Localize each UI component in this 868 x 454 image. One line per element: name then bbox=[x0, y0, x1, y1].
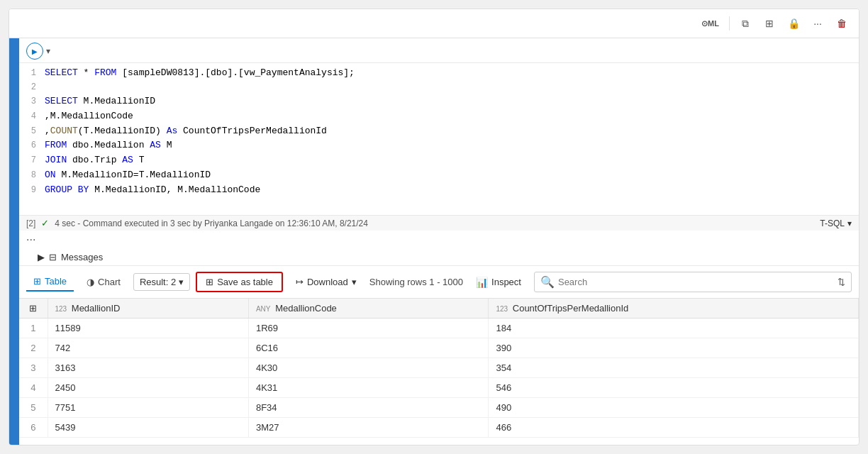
col-name-count: CountOfTripsPerMedallionId bbox=[513, 303, 629, 314]
medallioncode-cell: 6C16 bbox=[248, 338, 489, 358]
line-number: 2 bbox=[19, 81, 45, 94]
table-tab[interactable]: ⊞ Table bbox=[26, 272, 74, 292]
row-num-cell: 1 bbox=[19, 319, 48, 338]
left-accent-bar bbox=[9, 38, 19, 445]
run-bar: ▶ ▾ bbox=[19, 38, 859, 63]
line-content: FROM dbo.Medallion AS M bbox=[45, 138, 859, 153]
row-num-cell: 3 bbox=[19, 358, 48, 378]
line-content: ON M.MedallionID=T.MedallionID bbox=[45, 168, 859, 183]
chart-tab[interactable]: ◑ Chart bbox=[79, 273, 128, 291]
col-header-count: 123 CountOfTripsPerMedallionId bbox=[489, 299, 859, 319]
download-icon: ↦ bbox=[296, 277, 304, 287]
medallionid-cell: 2450 bbox=[48, 378, 248, 398]
count-cell: 490 bbox=[489, 398, 859, 418]
medallioncode-cell: 8F34 bbox=[248, 398, 489, 418]
inspect-label: Inspect bbox=[491, 277, 521, 287]
table-body: 1 11589 1R69 184 2 742 6C16 390 3 3163 4… bbox=[19, 319, 859, 438]
filter-icon[interactable]: ⇅ bbox=[838, 277, 845, 287]
copy-button[interactable]: ⧉ bbox=[735, 13, 755, 33]
status-message: 4 sec - Command executed in 3 sec by Pri… bbox=[55, 218, 368, 228]
search-input[interactable] bbox=[558, 277, 834, 287]
row-num-cell: 4 bbox=[19, 378, 48, 398]
col-name-medallionid: MedallionID bbox=[72, 303, 121, 314]
table-row: 4 2450 4K31 546 bbox=[19, 378, 859, 398]
code-line: 8 ON M.MedallionID=T.MedallionID bbox=[19, 168, 859, 183]
ellipsis-row[interactable]: ··· bbox=[19, 231, 859, 249]
data-table: ⊞ 123 MedallionID ANY MedallionCode bbox=[19, 299, 859, 438]
table-tab-icon: ⊞ bbox=[33, 276, 41, 287]
inspect-button[interactable]: 📊 Inspect bbox=[469, 273, 528, 292]
count-cell: 184 bbox=[489, 319, 859, 338]
medallioncode-cell: 1R69 bbox=[248, 319, 489, 338]
more-button[interactable]: ··· bbox=[808, 13, 828, 33]
save-as-table-button[interactable]: ⊞ Save as table bbox=[196, 272, 283, 292]
code-line: 2 bbox=[19, 81, 859, 94]
save-as-table-label: Save as table bbox=[217, 277, 273, 287]
line-number: 7 bbox=[19, 154, 45, 167]
delete-button[interactable]: 🗑 bbox=[832, 13, 852, 33]
medallionid-cell: 11589 bbox=[48, 319, 248, 338]
lang-chevron-icon: ▾ bbox=[847, 218, 852, 228]
code-editor[interactable]: 1SELECT * FROM [sampleDW0813].[dbo].[vw_… bbox=[19, 63, 859, 215]
col-header-rownum: ⊞ bbox=[19, 299, 48, 319]
ml-label: ML bbox=[708, 19, 719, 28]
col-type-medallioncode: ANY bbox=[256, 305, 271, 313]
col-type-medallionid: 123 bbox=[55, 305, 67, 313]
table-tab-label: Table bbox=[45, 276, 67, 287]
download-button[interactable]: ↦ Download ▾ bbox=[289, 273, 364, 291]
line-number: 9 bbox=[19, 184, 45, 197]
lang-label: T-SQL bbox=[820, 218, 845, 228]
language-selector[interactable]: T-SQL ▾ bbox=[820, 218, 852, 228]
line-content: GROUP BY M.MedallionID, M.MedallionCode bbox=[45, 183, 859, 198]
chart-tab-label: Chart bbox=[98, 277, 121, 287]
code-line: 3SELECT M.MedallionID bbox=[19, 94, 859, 109]
check-icon: ✓ bbox=[41, 218, 49, 228]
inspect-icon: 📊 bbox=[476, 277, 488, 288]
grid-header-icon: ⊞ bbox=[29, 303, 37, 314]
ml-button[interactable]: ⊙ ML bbox=[697, 13, 723, 33]
chart-tab-icon: ◑ bbox=[87, 277, 94, 287]
download-chevron-icon: ▾ bbox=[352, 277, 357, 287]
run-button[interactable]: ▶ bbox=[26, 43, 43, 60]
col-header-medallioncode: ANY MedallionCode bbox=[248, 299, 489, 319]
main-container: ⊙ ML ⧉ ⊞ 🔒 ··· 🗑 ▶ ▾ bbox=[9, 9, 859, 445]
row-num-cell: 6 bbox=[19, 418, 48, 438]
line-number: 5 bbox=[19, 125, 45, 138]
table-row: 2 742 6C16 390 bbox=[19, 338, 859, 358]
table-icon: ⊟ bbox=[49, 252, 57, 262]
table-header-row: ⊞ 123 MedallionID ANY MedallionCode bbox=[19, 299, 859, 319]
medallionid-cell: 3163 bbox=[48, 358, 248, 378]
code-line: 6 FROM dbo.Medallion AS M bbox=[19, 138, 859, 153]
line-content: JOIN dbo.Trip AS T bbox=[45, 153, 859, 168]
messages-row: ▶ ⊟ Messages bbox=[19, 249, 859, 266]
run-dropdown-button[interactable]: ▾ bbox=[46, 46, 50, 56]
line-content: SELECT M.MedallionID bbox=[45, 94, 859, 109]
code-line: 1SELECT * FROM [sampleDW0813].[dbo].[vw_… bbox=[19, 66, 859, 81]
medallionid-cell: 5439 bbox=[48, 418, 248, 438]
chevron-down-icon: ▾ bbox=[46, 46, 50, 56]
play-icon: ▶ bbox=[32, 48, 38, 55]
search-icon: 🔍 bbox=[540, 275, 555, 289]
code-line: 7 JOIN dbo.Trip AS T bbox=[19, 153, 859, 168]
table-row: 3 3163 4K30 354 bbox=[19, 358, 859, 378]
medallioncode-cell: 4K31 bbox=[248, 378, 489, 398]
result-select-chevron-icon: ▾ bbox=[179, 277, 184, 287]
grid-button[interactable]: ⊞ bbox=[760, 13, 779, 33]
expand-icon[interactable]: ▶ bbox=[38, 252, 45, 262]
data-table-wrapper: ⊞ 123 MedallionID ANY MedallionCode bbox=[19, 299, 859, 445]
line-content: ,COUNT(T.MedallionID) As CountOfTripsPer… bbox=[45, 124, 859, 139]
separator-1 bbox=[729, 16, 730, 31]
lock-icon: 🔒 bbox=[788, 18, 800, 29]
search-box[interactable]: 🔍 ⇅ bbox=[534, 272, 852, 292]
showing-rows-label: Showing rows 1 - 1000 bbox=[369, 277, 463, 287]
result-selector[interactable]: Result: 2 ▾ bbox=[133, 273, 190, 291]
line-content: ,M.MedallionCode bbox=[45, 109, 859, 124]
medallioncode-cell: 3M27 bbox=[248, 418, 489, 438]
line-number: 4 bbox=[19, 110, 45, 123]
editor-content: ▶ ▾ 1SELECT * FROM [sampleDW0813].[dbo].… bbox=[19, 38, 859, 445]
count-cell: 354 bbox=[489, 358, 859, 378]
medallioncode-cell: 4K30 bbox=[248, 358, 489, 378]
lock-button[interactable]: 🔒 bbox=[784, 13, 803, 33]
messages-label: Messages bbox=[61, 252, 103, 262]
table-row: 5 7751 8F34 490 bbox=[19, 398, 859, 418]
